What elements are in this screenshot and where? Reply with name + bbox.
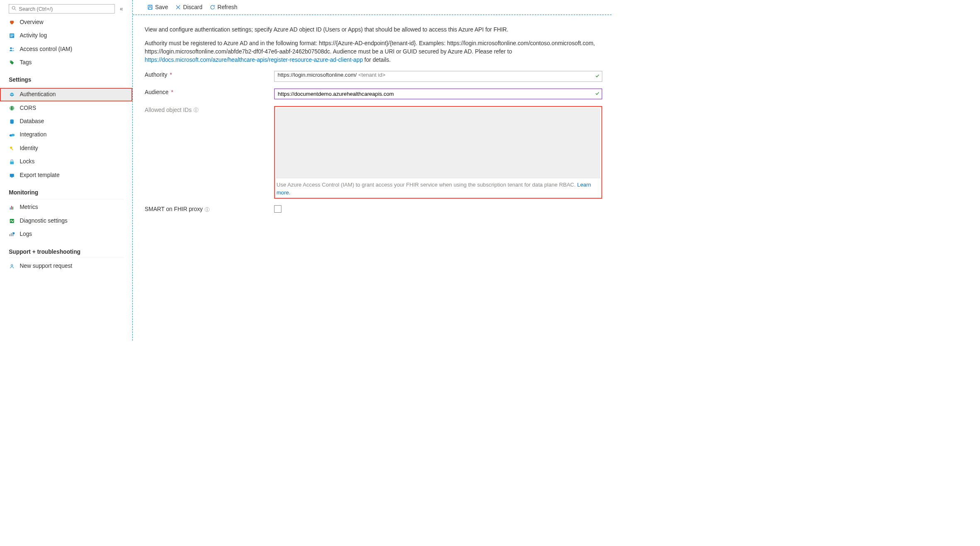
smart-on-fhir-checkbox[interactable] bbox=[274, 206, 281, 213]
audience-label: Audience * bbox=[145, 88, 274, 96]
sidebar-item-tags[interactable]: Tags bbox=[0, 56, 132, 69]
sidebar-item-export-template[interactable]: Export template bbox=[0, 169, 132, 182]
search-icon bbox=[12, 5, 16, 12]
nav-header-support: Support + troubleshooting bbox=[0, 245, 132, 257]
svg-rect-23 bbox=[11, 233, 12, 236]
discard-label: Discard bbox=[183, 3, 202, 11]
intro-text-2a: Authority must be registered to Azure AD… bbox=[145, 40, 595, 55]
allowed-object-ids-label-text: Allowed object IDs bbox=[145, 106, 192, 114]
sidebar-item-cors[interactable]: CORS bbox=[0, 101, 132, 114]
sidebar-item-logs[interactable]: Logs bbox=[0, 228, 132, 241]
key-icon bbox=[9, 146, 15, 151]
intro-text-1: View and configure authentication settin… bbox=[145, 25, 602, 34]
svg-rect-22 bbox=[9, 234, 10, 236]
authority-input[interactable]: https://login.microsoftonline.com/ <tena… bbox=[274, 71, 602, 82]
svg-point-12 bbox=[11, 134, 15, 136]
divider bbox=[9, 86, 123, 87]
audience-label-text: Audience bbox=[145, 88, 168, 96]
sidebar-item-label: Identity bbox=[20, 144, 38, 152]
save-button[interactable]: Save bbox=[145, 0, 171, 15]
nav-header-monitoring: Monitoring bbox=[0, 186, 132, 198]
collapse-sidebar-button[interactable]: « bbox=[118, 5, 125, 13]
refresh-label: Refresh bbox=[217, 3, 237, 11]
allowed-object-ids-textarea[interactable] bbox=[276, 108, 600, 178]
valid-check-icon bbox=[595, 73, 600, 80]
sidebar-item-authentication[interactable]: Authentication bbox=[0, 88, 132, 101]
audience-input[interactable] bbox=[274, 88, 602, 99]
sidebar-item-locks[interactable]: Locks bbox=[0, 155, 132, 168]
sidebar-item-database[interactable]: Database bbox=[0, 115, 132, 128]
main-panel: Save Discard Refresh View and configure … bbox=[133, 0, 612, 341]
svg-rect-28 bbox=[149, 5, 151, 6]
refresh-icon bbox=[210, 5, 215, 10]
svg-rect-29 bbox=[149, 7, 151, 10]
search-box[interactable] bbox=[9, 4, 115, 13]
content: View and configure authentication settin… bbox=[133, 15, 612, 215]
lock-icon bbox=[9, 159, 15, 164]
intro-text-2b: for details. bbox=[363, 56, 391, 63]
save-label: Save bbox=[155, 3, 168, 11]
sidebar-item-metrics[interactable]: Metrics bbox=[0, 201, 132, 214]
sidebar-item-new-support-request[interactable]: New support request bbox=[0, 260, 132, 273]
refresh-button[interactable]: Refresh bbox=[207, 0, 240, 15]
docs-link[interactable]: https://docs.microsoft.com/azure/healthc… bbox=[145, 56, 363, 63]
smart-on-fhir-label-text: SMART on FHIR proxy bbox=[145, 206, 203, 214]
tags-icon bbox=[9, 60, 15, 65]
discard-button[interactable]: Discard bbox=[173, 0, 205, 15]
sidebar: « Overview Activity log Access control (… bbox=[0, 0, 133, 341]
svg-rect-5 bbox=[10, 36, 12, 37]
allowed-object-ids-label: Allowed object IDs i bbox=[145, 106, 274, 114]
svg-rect-18 bbox=[10, 207, 11, 209]
sidebar-item-label: Export template bbox=[20, 171, 59, 179]
sidebar-item-integration[interactable]: Integration bbox=[0, 128, 132, 141]
svg-rect-4 bbox=[10, 35, 14, 36]
svg-rect-3 bbox=[10, 34, 14, 35]
sidebar-item-label: CORS bbox=[20, 104, 36, 112]
authority-value-hint: <tenant id> bbox=[358, 72, 385, 78]
intro-text-2: Authority must be registered to Azure AD… bbox=[145, 39, 602, 64]
sidebar-item-label: Integration bbox=[20, 131, 46, 139]
people-icon bbox=[9, 46, 15, 52]
required-indicator: * bbox=[171, 88, 173, 96]
authentication-icon bbox=[9, 92, 15, 97]
cors-icon bbox=[9, 105, 15, 110]
sidebar-item-label: Database bbox=[20, 118, 44, 126]
allowed-note-text: Use Azure Access Control (IAM) to grant … bbox=[276, 182, 577, 187]
divider bbox=[9, 258, 123, 258]
authority-label: Authority * bbox=[145, 71, 274, 79]
activity-log-icon bbox=[9, 33, 15, 38]
valid-check-icon bbox=[595, 90, 600, 97]
sidebar-item-label: Activity log bbox=[20, 32, 47, 39]
nav-header-settings: Settings bbox=[0, 73, 132, 85]
sidebar-item-overview[interactable]: Overview bbox=[0, 15, 132, 29]
sidebar-item-label: Tags bbox=[20, 58, 32, 66]
required-indicator: * bbox=[170, 71, 172, 79]
database-icon bbox=[9, 119, 15, 124]
diagnostic-icon bbox=[9, 218, 15, 223]
authority-label-text: Authority bbox=[145, 71, 167, 79]
info-icon[interactable]: i bbox=[194, 108, 198, 112]
sidebar-item-access-control[interactable]: Access control (IAM) bbox=[0, 42, 132, 56]
sidebar-item-label: Overview bbox=[20, 18, 43, 26]
svg-line-1 bbox=[15, 9, 16, 10]
svg-point-8 bbox=[10, 61, 11, 62]
metrics-icon bbox=[9, 205, 15, 210]
sidebar-item-diagnostic-settings[interactable]: Diagnostic settings bbox=[0, 214, 132, 227]
svg-point-0 bbox=[12, 6, 15, 9]
svg-rect-14 bbox=[11, 148, 13, 150]
overview-icon bbox=[9, 19, 15, 25]
info-icon[interactable]: i bbox=[205, 207, 210, 212]
allowed-object-ids-highlight: Use Azure Access Control (IAM) to grant … bbox=[274, 106, 602, 199]
sidebar-item-label: Authentication bbox=[20, 91, 56, 99]
sidebar-item-label: New support request bbox=[20, 262, 72, 270]
search-input[interactable] bbox=[19, 6, 112, 12]
sidebar-item-activity-log[interactable]: Activity log bbox=[0, 29, 132, 42]
smart-on-fhir-label: SMART on FHIR proxy i bbox=[145, 206, 274, 214]
sidebar-item-label: Diagnostic settings bbox=[20, 217, 67, 225]
sidebar-item-label: Locks bbox=[20, 158, 34, 166]
svg-rect-16 bbox=[10, 174, 14, 177]
svg-point-7 bbox=[12, 48, 14, 49]
svg-point-13 bbox=[10, 146, 12, 148]
sidebar-item-identity[interactable]: Identity bbox=[0, 142, 132, 155]
support-icon bbox=[9, 264, 15, 269]
